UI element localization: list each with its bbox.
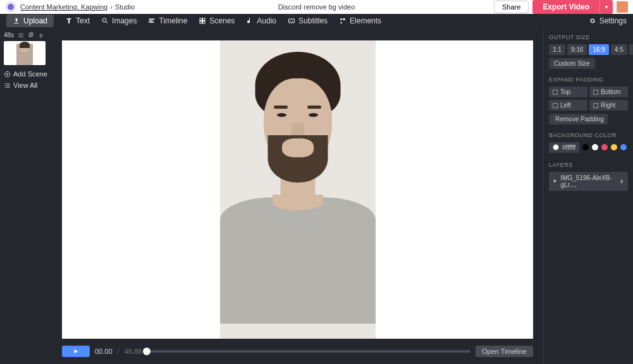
background-color-label: BACKGROUND COLOR: [549, 132, 628, 138]
bg-color-input[interactable]: #ffffff: [549, 142, 579, 153]
svg-rect-5: [200, 18, 202, 21]
seek-knob[interactable]: [143, 348, 151, 355]
video-canvas[interactable]: [62, 40, 533, 339]
svg-rect-11: [343, 18, 345, 20]
time-current: 00.00: [95, 348, 113, 355]
svg-rect-3: [149, 20, 153, 21]
svg-point-1: [102, 18, 106, 22]
app-header: Content Marketing, Kapwing › Studio Disc…: [0, 0, 633, 14]
scenes-icon: [199, 17, 206, 25]
open-timeline-button[interactable]: Open Timeline: [476, 346, 533, 357]
play-icon: [73, 348, 79, 355]
ratio-4-5[interactable]: 4:5: [611, 44, 627, 55]
layers-label: LAYERS: [549, 162, 628, 168]
custom-size-button[interactable]: Custom Size: [549, 58, 595, 69]
swatch-white[interactable]: [592, 144, 598, 150]
pad-right-button[interactable]: Right: [589, 100, 628, 111]
svg-point-0: [8, 4, 14, 10]
video-content: [220, 40, 376, 339]
toolbar-subtitles[interactable]: Subtitles: [288, 16, 328, 25]
toolbar-elements[interactable]: Elements: [339, 16, 381, 25]
play-icon: [553, 178, 557, 184]
output-size-label: OUTPUT SIZE: [549, 34, 628, 40]
pad-top-button[interactable]: Top: [549, 87, 587, 97]
elements-icon: [339, 17, 347, 25]
svg-rect-19: [6, 83, 10, 84]
pad-bottom-button[interactable]: Bottom: [589, 87, 628, 97]
gear-icon: [589, 17, 596, 25]
pad-left-button[interactable]: Left: [549, 100, 587, 111]
project-title[interactable]: Discord remove bg video: [278, 3, 355, 11]
aspect-ratio-row: 1:1 9:16 16:9 4:5 5:4: [549, 44, 628, 55]
svg-rect-2: [149, 19, 155, 20]
toolbar-timeline[interactable]: Timeline: [148, 16, 187, 25]
svg-rect-4: [149, 22, 154, 23]
plus-circle-icon: [4, 71, 11, 78]
scenes-panel: 48s Add Scene View All: [0, 28, 52, 364]
svg-rect-14: [18, 37, 23, 37]
swatch-blue[interactable]: [620, 144, 627, 150]
properties-panel: OUTPUT SIZE 1:1 9:16 16:9 4:5 5:4 Custom…: [543, 28, 633, 364]
timeline-icon: [148, 17, 156, 25]
toolbar-scenes[interactable]: Scenes: [199, 16, 235, 25]
ratio-9-16[interactable]: 9:16: [567, 44, 587, 55]
svg-rect-20: [4, 85, 5, 86]
ratio-1-1[interactable]: 1:1: [549, 44, 565, 55]
canvas-area: 00.00 / 48.88 Open Timeline: [52, 28, 543, 364]
main-toolbar: Upload Text Images Timeline Scenes Audio…: [0, 14, 633, 28]
layer-name: IMG_5196-AleXB-gLr....: [560, 174, 615, 188]
copy-icon[interactable]: [28, 32, 34, 39]
toolbar-settings[interactable]: Settings: [589, 16, 627, 25]
main-area: 48s Add Scene View All: [0, 28, 633, 364]
list-icon: [4, 82, 11, 89]
export-dropdown-button[interactable]: ▼: [599, 0, 613, 14]
swatch-yellow[interactable]: [611, 144, 617, 150]
svg-point-10: [340, 18, 342, 20]
search-icon: [101, 17, 109, 25]
swatch-red[interactable]: [601, 144, 608, 150]
play-button[interactable]: [62, 346, 90, 357]
svg-rect-8: [203, 21, 206, 24]
trash-icon[interactable]: [619, 178, 624, 185]
svg-rect-6: [203, 18, 206, 21]
trash-icon[interactable]: [38, 32, 44, 39]
add-scene-button[interactable]: Add Scene: [4, 70, 48, 78]
scene-menu-icon[interactable]: [18, 32, 24, 39]
view-all-button[interactable]: View All: [4, 82, 48, 89]
time-total: 48.88: [125, 348, 142, 355]
swatch-black[interactable]: [582, 144, 589, 150]
breadcrumb-separator: ›: [110, 3, 113, 11]
seek-track[interactable]: [147, 350, 470, 353]
scene-duration: 48s: [4, 32, 14, 39]
svg-rect-7: [200, 21, 202, 24]
svg-rect-12: [18, 33, 23, 34]
export-video-button[interactable]: Export Video: [532, 0, 599, 14]
app-logo: [5, 1, 16, 13]
expand-padding-label: EXPAND PADDING: [549, 76, 628, 83]
layer-item[interactable]: IMG_5196-AleXB-gLr....: [549, 172, 628, 191]
ratio-5-4[interactable]: 5:4: [629, 44, 633, 55]
svg-rect-9: [289, 19, 295, 23]
svg-rect-21: [6, 85, 10, 86]
svg-rect-22: [4, 87, 5, 87]
ratio-16-9[interactable]: 16:9: [589, 44, 608, 55]
playback-bar: 00.00 / 48.88 Open Timeline: [62, 343, 533, 360]
user-avatar[interactable]: [617, 1, 628, 13]
breadcrumb-workspace-link[interactable]: Content Marketing, Kapwing: [20, 3, 108, 11]
svg-rect-18: [4, 83, 5, 84]
upload-button[interactable]: Upload: [6, 15, 54, 27]
svg-rect-23: [6, 87, 10, 87]
subtitles-icon: [288, 17, 295, 25]
toolbar-text[interactable]: Text: [65, 16, 90, 25]
svg-rect-13: [18, 35, 23, 35]
toolbar-images[interactable]: Images: [101, 16, 137, 25]
toolbar-audio[interactable]: Audio: [246, 16, 276, 25]
audio-icon: [246, 17, 254, 25]
remove-padding-button[interactable]: Remove Padding: [549, 114, 608, 124]
time-separator: /: [118, 348, 120, 355]
share-button[interactable]: Share: [494, 1, 529, 13]
upload-icon: [13, 17, 20, 25]
scene-thumbnail[interactable]: [4, 41, 46, 65]
text-icon: [65, 17, 73, 25]
breadcrumb-current: Studio: [115, 3, 135, 11]
